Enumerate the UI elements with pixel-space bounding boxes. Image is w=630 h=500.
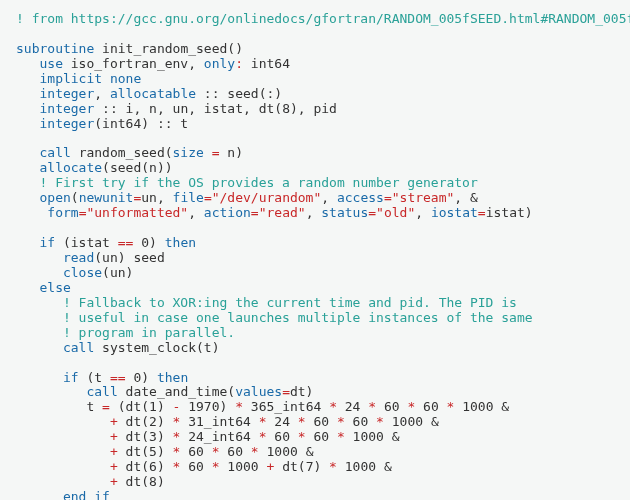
identifier: _int64 xyxy=(204,414,251,429)
number: 60 xyxy=(423,399,439,414)
identifier: istat) xyxy=(486,205,533,220)
operator: = xyxy=(282,384,290,399)
operator: * xyxy=(447,399,455,414)
number: 1000 xyxy=(392,414,423,429)
keyword: allocatable xyxy=(110,86,196,101)
keyword: if xyxy=(94,489,110,500)
keyword: then xyxy=(165,235,196,250)
operator: * xyxy=(173,414,181,429)
number: 1000 xyxy=(462,399,493,414)
identifier: , xyxy=(188,205,196,220)
operator: * xyxy=(337,429,345,444)
number: 1000 xyxy=(266,444,297,459)
keyword: open xyxy=(39,190,70,205)
identifier: un, xyxy=(141,190,164,205)
identifier: (dt( xyxy=(118,399,149,414)
identifier: & xyxy=(501,399,509,414)
identifier: dt( xyxy=(126,474,149,489)
identifier: dt( xyxy=(126,414,149,429)
keyword: newunit xyxy=(79,190,134,205)
identifier: , xyxy=(94,86,102,101)
identifier: , xyxy=(415,205,423,220)
operator: = xyxy=(251,205,259,220)
operator: * xyxy=(212,459,220,474)
operator: + xyxy=(110,444,118,459)
number: 31 xyxy=(188,414,204,429)
keyword: access xyxy=(337,190,384,205)
keyword: if xyxy=(63,370,79,385)
identifier: ) xyxy=(157,474,165,489)
keyword: call xyxy=(86,384,117,399)
keyword: read xyxy=(63,250,94,265)
number: 60 xyxy=(188,444,204,459)
identifier: date_and_time( xyxy=(126,384,236,399)
keyword: if xyxy=(39,235,55,250)
number: 24 xyxy=(274,414,290,429)
identifier: ) xyxy=(157,459,165,474)
number: 1970 xyxy=(188,399,219,414)
keyword: close xyxy=(63,265,102,280)
identifier: n) xyxy=(227,145,243,160)
operator: * xyxy=(298,414,306,429)
identifier: dt) xyxy=(290,384,313,399)
identifier: _int64 xyxy=(274,399,321,414)
number: 5 xyxy=(149,444,157,459)
keyword: form xyxy=(47,205,78,220)
identifier: , & xyxy=(454,190,477,205)
identifier: ) xyxy=(141,370,149,385)
number: 24 xyxy=(188,429,204,444)
operator: + xyxy=(110,474,118,489)
operator: * xyxy=(251,444,259,459)
string: "old" xyxy=(376,205,415,220)
identifier: ) xyxy=(157,399,165,414)
number: 1000 xyxy=(345,459,376,474)
number: 1000 xyxy=(353,429,384,444)
identifier: ) xyxy=(313,459,321,474)
number: 0 xyxy=(141,235,149,250)
number: 24 xyxy=(345,399,361,414)
identifier: , xyxy=(306,205,314,220)
comment-line: ! from https://gcc.gnu.org/onlinedocs/gf… xyxy=(16,11,630,26)
keyword: call xyxy=(63,340,94,355)
operator: = xyxy=(368,205,376,220)
number: 1 xyxy=(149,399,157,414)
string: "/dev/urandom" xyxy=(212,190,322,205)
operator: + xyxy=(266,459,274,474)
operator: * xyxy=(173,429,181,444)
number: 60 xyxy=(274,429,290,444)
operator: = xyxy=(384,190,392,205)
identifier: int64 xyxy=(251,56,290,71)
comment-line: ! First try if the OS provides a random … xyxy=(39,175,477,190)
identifier: :: i, n, un, istat, dt( xyxy=(102,101,282,116)
identifier: _int64 xyxy=(204,429,251,444)
identifier: ( xyxy=(71,190,79,205)
identifier: & xyxy=(306,444,314,459)
identifier: t xyxy=(86,399,94,414)
identifier: :: seed(:) xyxy=(204,86,282,101)
operator: = xyxy=(204,190,212,205)
identifier: & xyxy=(431,414,439,429)
identifier: ) xyxy=(157,429,165,444)
identifier: (seed(n)) xyxy=(102,160,172,175)
keyword: size xyxy=(173,145,204,160)
identifier: & xyxy=(384,459,392,474)
operator: * xyxy=(259,429,267,444)
identifier: (un) xyxy=(102,265,133,280)
keyword: only xyxy=(204,56,235,71)
operator: : xyxy=(235,56,243,71)
operator: == xyxy=(118,235,134,250)
identifier: ) xyxy=(157,414,165,429)
number: 60 xyxy=(313,414,329,429)
keyword: file xyxy=(173,190,204,205)
operator: * xyxy=(368,399,376,414)
operator: * xyxy=(259,414,267,429)
operator: * xyxy=(337,414,345,429)
operator: * xyxy=(329,459,337,474)
code-block: ! from https://gcc.gnu.org/onlinedocs/gf… xyxy=(0,0,630,500)
identifier: dt( xyxy=(282,459,305,474)
identifier: ), pid xyxy=(290,101,337,116)
number: 60 xyxy=(313,429,329,444)
operator: == xyxy=(110,370,126,385)
number: 3 xyxy=(149,429,157,444)
operator: * xyxy=(376,414,384,429)
